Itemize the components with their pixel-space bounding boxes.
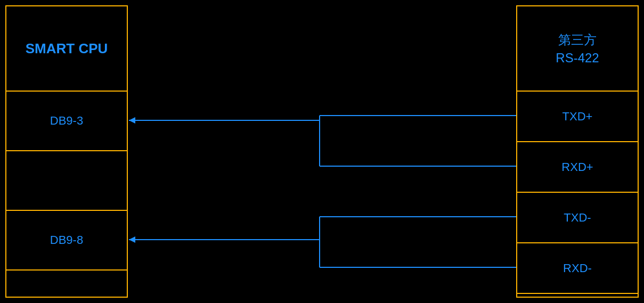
right-block: 第三方 RS-422 TXD+ RXD+ TXD- RXD- [516, 5, 639, 298]
svg-marker-4 [129, 117, 135, 124]
diagram: SMART CPU DB9-3 DB9-8 第三方 RS-422 TXD+ RX… [0, 0, 644, 303]
db9-3-row: DB9-3 [6, 92, 127, 151]
db9-8-row: DB9-8 [6, 211, 127, 271]
txd-plus-label: TXD+ [563, 110, 593, 124]
db9-3-label: DB9-3 [50, 114, 83, 128]
rxd-minus-row: RXD- [517, 243, 638, 294]
rxd-minus-label: RXD- [563, 261, 592, 275]
txd-minus-label: TXD- [564, 211, 591, 225]
rs422-label: RS-422 [556, 51, 599, 65]
svg-marker-9 [129, 236, 135, 243]
txd-minus-row: TXD- [517, 193, 638, 243]
right-bottom-empty [517, 294, 638, 303]
smart-cpu-title-section: SMART CPU [6, 6, 127, 92]
left-empty-row-1 [6, 151, 127, 211]
third-party-label: 第三方 [558, 31, 597, 48]
txd-plus-row: TXD+ [517, 92, 638, 142]
rxd-plus-label: RXD+ [561, 160, 593, 174]
smart-cpu-label: SMART CPU [26, 40, 108, 57]
rxd-plus-row: RXD+ [517, 142, 638, 193]
left-block: SMART CPU DB9-3 DB9-8 [5, 5, 128, 298]
db9-8-label: DB9-8 [50, 233, 83, 247]
right-title-section: 第三方 RS-422 [517, 6, 638, 92]
